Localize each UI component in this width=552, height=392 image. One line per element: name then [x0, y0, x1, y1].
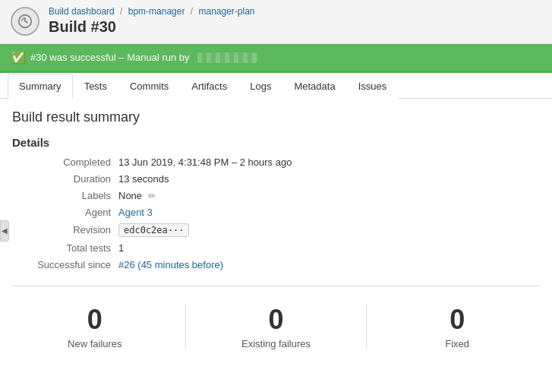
tab-metadata[interactable]: Metadata — [282, 74, 346, 99]
page-title: Build #30 — [49, 18, 255, 36]
breadcrumb: Build dashboard / bpm-manager / manager-… — [49, 6, 255, 17]
label-total-tests: Total tests — [27, 242, 111, 254]
stat-number-fixed: 0 — [374, 305, 540, 335]
success-banner: ✅ #30 was successful – Manual run by — [0, 44, 552, 73]
stat-divider-1 — [185, 305, 186, 349]
tab-issues[interactable]: Issues — [347, 74, 399, 99]
tab-tests[interactable]: Tests — [73, 74, 118, 99]
tab-logs[interactable]: Logs — [238, 74, 282, 99]
stat-divider-2 — [366, 305, 367, 349]
detail-row-total-tests: Total tests 1 — [27, 242, 540, 254]
tabs-list: Summary Tests Commits Artifacts Logs Met… — [8, 73, 544, 98]
stat-number-new-failures: 0 — [12, 305, 178, 335]
value-completed: 13 Jun 2019, 4:31:48 PM – 2 hours ago — [118, 156, 292, 168]
stats-row: 0 New failures 0 Existing failures 0 Fix… — [12, 299, 540, 352]
label-labels: Labels — [27, 190, 111, 201]
stat-number-existing-failures: 0 — [194, 305, 359, 335]
label-duration: Duration — [27, 173, 111, 185]
labels-edit-icon[interactable]: ✏ — [148, 191, 156, 201]
value-revision: edc0c2ea··· — [118, 223, 189, 237]
details-table: Completed 13 Jun 2019, 4:31:48 PM – 2 ho… — [27, 156, 540, 270]
breadcrumb-sep2: / — [191, 6, 193, 17]
detail-row-completed: Completed 13 Jun 2019, 4:31:48 PM – 2 ho… — [27, 156, 540, 168]
label-revision: Revision — [27, 224, 111, 236]
stats-divider — [12, 286, 540, 286]
header-logo — [11, 7, 39, 36]
content: Build result summary Details Completed 1… — [0, 99, 552, 363]
value-labels: None ✏ — [118, 190, 156, 201]
breadcrumb-build-dashboard[interactable]: Build dashboard — [49, 6, 115, 17]
breadcrumb-bpm-manager[interactable]: bpm-manager — [128, 6, 185, 17]
stat-existing-failures: 0 Existing failures — [194, 305, 359, 349]
tab-artifacts[interactable]: Artifacts — [180, 74, 238, 99]
details-heading: Details — [12, 136, 540, 149]
stat-label-new-failures: New failures — [12, 338, 178, 349]
detail-row-labels: Labels None ✏ — [27, 190, 540, 201]
section-title: Build result summary — [12, 109, 540, 125]
header: Build dashboard / bpm-manager / manager-… — [0, 0, 552, 44]
stat-new-failures: 0 New failures — [12, 305, 178, 349]
breadcrumb-sep1: / — [120, 6, 122, 17]
tabs-container: Summary Tests Commits Artifacts Logs Met… — [0, 73, 552, 99]
value-successful-since: #26 (45 minutes before) — [118, 259, 223, 270]
stat-label-fixed: Fixed — [374, 338, 540, 349]
success-icon: ✅ — [11, 50, 26, 65]
successful-since-link[interactable]: #26 (45 minutes before) — [118, 259, 223, 270]
value-total-tests: 1 — [118, 242, 124, 254]
detail-row-successful-since: Successful since #26 (45 minutes before) — [27, 259, 540, 270]
stat-label-existing-failures: Existing failures — [194, 338, 359, 349]
agent-link[interactable]: Agent 3 — [118, 207, 153, 218]
value-duration: 13 seconds — [118, 173, 169, 185]
user-avatar-blur — [197, 52, 258, 63]
sidebar-toggle[interactable]: ◀ — [0, 220, 9, 242]
breadcrumb-manager-plan[interactable]: manager-plan — [199, 6, 255, 17]
stat-fixed: 0 Fixed — [374, 305, 540, 349]
value-agent: Agent 3 — [118, 207, 153, 218]
tab-commits[interactable]: Commits — [118, 74, 180, 99]
banner-text: #30 was successful – Manual run by — [30, 52, 190, 63]
label-successful-since: Successful since — [27, 259, 111, 270]
detail-row-revision: Revision edc0c2ea··· — [27, 223, 540, 237]
detail-row-duration: Duration 13 seconds — [27, 173, 540, 185]
tab-summary[interactable]: Summary — [8, 74, 73, 99]
main-wrapper: ◀ Build result summary Details Completed… — [0, 99, 552, 363]
labels-none-text: None — [118, 190, 142, 201]
label-agent: Agent — [27, 207, 111, 218]
label-completed: Completed — [27, 156, 111, 168]
revision-badge[interactable]: edc0c2ea··· — [118, 223, 189, 237]
detail-row-agent: Agent Agent 3 — [27, 207, 540, 218]
